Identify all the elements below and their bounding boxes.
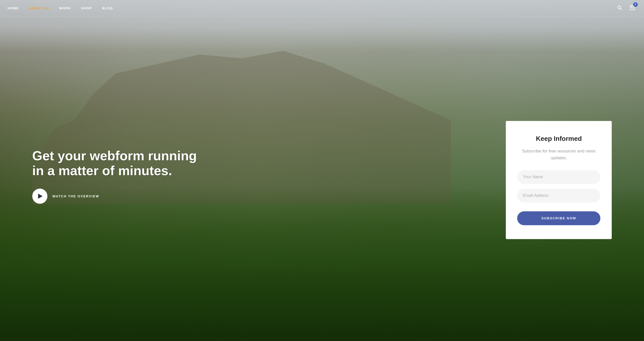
nav-links: HOME ABOUT US WORK SHOP BLOG	[8, 6, 113, 10]
svg-line-1	[621, 9, 622, 10]
name-input[interactable]	[517, 170, 600, 184]
name-form-group	[517, 170, 600, 184]
search-icon	[617, 5, 622, 10]
play-icon	[38, 194, 43, 199]
hero-title: Get your webform running in a matter of …	[32, 148, 209, 179]
email-form-group	[517, 189, 600, 202]
nav-item-blog[interactable]: BLOG	[102, 6, 113, 10]
email-input[interactable]	[517, 189, 600, 202]
nav-right: 0	[616, 4, 636, 13]
nav-item-work[interactable]: WORK	[59, 6, 71, 10]
subscribe-card: Keep Informed Subscribe for free resourc…	[506, 121, 612, 239]
nav-item-about[interactable]: ABOUT US	[29, 6, 49, 10]
svg-point-0	[618, 6, 621, 9]
navigation: HOME ABOUT US WORK SHOP BLOG 0	[0, 0, 644, 16]
hero-content: Get your webform running in a matter of …	[32, 148, 209, 204]
watch-label: WATCH THE OVERVIEW	[52, 194, 99, 198]
play-button[interactable]	[32, 189, 47, 204]
card-subtitle: Subscribe for free resources and news up…	[517, 148, 600, 161]
nav-item-shop[interactable]: SHOP	[81, 6, 92, 10]
subscribe-button[interactable]: SUBSCRIBE NOW	[517, 211, 600, 225]
watch-container: WATCH THE OVERVIEW	[32, 189, 209, 204]
cart-button[interactable]: 0	[628, 4, 636, 13]
search-button[interactable]	[616, 4, 623, 13]
nav-item-home[interactable]: HOME	[8, 6, 19, 10]
card-title: Keep Informed	[517, 135, 600, 143]
cart-badge: 0	[633, 2, 638, 7]
